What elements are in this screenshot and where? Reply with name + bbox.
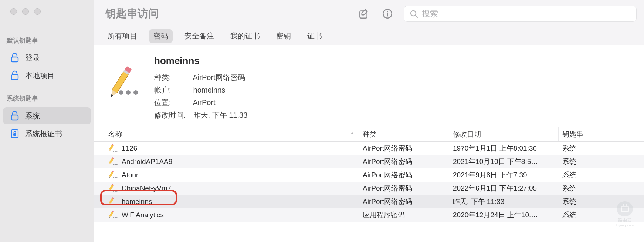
detail-name: homeinns — [154, 53, 247, 69]
detail-account-value: homeinns — [193, 86, 226, 94]
row-date: 昨天, 下午 11:33 — [449, 197, 559, 206]
toolbar: 钥匙串访问 — [94, 0, 644, 27]
sidebar: 默认钥匙串 登录本地项目 系统钥匙串 系统系统根证书 — [0, 0, 94, 242]
traffic-max[interactable] — [34, 8, 41, 15]
sidebar-item-system-1[interactable]: 系统根证书 — [3, 125, 91, 142]
compose-button[interactable] — [356, 6, 371, 21]
row-kind: AirPort网络密码 — [359, 144, 449, 153]
main-pane: 钥匙串访问 所有项目密码安全备注我的证书密钥证书 — [94, 0, 644, 242]
detail-kind-value: AirPort网络密码 — [193, 73, 245, 81]
row-chain: 系统 — [559, 184, 644, 193]
row-name: ChinaNet-yVm7 — [122, 184, 171, 192]
table-row[interactable]: ChinaNet-yVm7AirPort网络密码2022年6月1日 下午1:27… — [94, 182, 644, 195]
sort-caret-icon: ˄ — [351, 132, 353, 138]
row-kind: AirPort网络密码 — [359, 184, 449, 193]
detail-kind-label: 种类: — [154, 71, 191, 84]
row-chain: 系统 — [559, 170, 644, 180]
sidebar-item-system-0[interactable]: 系统 — [3, 107, 91, 124]
category-tabs: 所有项目密码安全备注我的证书密钥证书 — [94, 27, 644, 45]
row-name: AndroidAP1AA9 — [122, 158, 172, 166]
window-traffic-lights — [0, 8, 94, 15]
table-row[interactable]: WiFiAnalytics应用程序密码2020年12月24日 上午10:…系统 — [94, 208, 644, 222]
info-button[interactable] — [380, 6, 395, 21]
row-kind: 应用程序密码 — [359, 210, 449, 220]
items-table: 名称˄ 种类 修改日期 钥匙串 1126AirPort网络密码1970年1月1日… — [94, 127, 644, 242]
search-input[interactable] — [422, 9, 631, 19]
traffic-min[interactable] — [22, 8, 29, 15]
keychain-window: 默认钥匙串 登录本地项目 系统钥匙串 系统系统根证书 钥匙串访问 所有项目密码安… — [0, 0, 644, 242]
tab-4[interactable]: 密钥 — [272, 29, 295, 43]
password-row-icon — [108, 170, 118, 180]
search-field[interactable] — [404, 6, 637, 22]
unlock-icon — [10, 70, 20, 81]
table-row[interactable]: AndroidAP1AA9AirPort网络密码2021年10月10日 下午8:… — [94, 155, 644, 168]
col-date[interactable]: 修改日期 — [449, 127, 559, 141]
row-kind: AirPort网络密码 — [359, 157, 449, 167]
row-date: 2021年10月10日 下午8:5… — [449, 157, 559, 167]
row-name: homeinns — [122, 198, 152, 206]
row-date: 2020年12月24日 上午10:… — [449, 210, 559, 220]
password-row-icon — [108, 210, 118, 220]
sidebar-item-default-0[interactable]: 登录 — [3, 49, 91, 66]
col-chain[interactable]: 钥匙串 — [559, 127, 644, 141]
item-detail: homeinns 种类: AirPort网络密码 帐户: homeinns 位置… — [94, 45, 644, 127]
row-chain: 系统 — [559, 157, 644, 167]
sidebar-item-label: 系统 — [25, 111, 40, 121]
detail-modified-label: 修改时间: — [154, 109, 191, 121]
row-name: WiFiAnalytics — [122, 211, 164, 219]
password-row-icon — [108, 184, 118, 193]
tab-5[interactable]: 证书 — [303, 29, 326, 43]
password-row-icon — [108, 197, 118, 206]
table-row[interactable]: AtourAirPort网络密码2021年9月8日 下午7:39:…系统 — [94, 168, 644, 182]
compose-icon — [358, 8, 369, 19]
sidebar-section-system: 系统钥匙串 — [0, 91, 94, 107]
lock-doc-icon — [10, 128, 20, 139]
col-kind[interactable]: 种类 — [359, 127, 449, 141]
password-item-icon — [105, 53, 145, 97]
row-name: 1126 — [122, 144, 137, 152]
watermark: 路由器 luyouqi.com — [608, 201, 642, 227]
sidebar-item-label: 登录 — [25, 53, 40, 63]
tab-3[interactable]: 我的证书 — [226, 29, 264, 43]
detail-modified-value: 昨天, 下午 11:33 — [193, 111, 248, 119]
sidebar-item-default-1[interactable]: 本地项目 — [3, 67, 91, 84]
tab-0[interactable]: 所有项目 — [103, 29, 142, 43]
row-date: 1970年1月1日 上午8:01:36 — [449, 144, 559, 153]
unlock-icon — [10, 53, 20, 63]
sidebar-item-label: 系统根证书 — [25, 129, 62, 139]
detail-where-value: AirPort — [193, 98, 215, 107]
tab-1[interactable]: 密码 — [149, 29, 173, 43]
traffic-close[interactable] — [10, 8, 17, 15]
table-row[interactable]: homeinnsAirPort网络密码昨天, 下午 11:33系统 — [94, 195, 644, 208]
row-kind: AirPort网络密码 — [359, 170, 449, 180]
tab-2[interactable]: 安全备注 — [180, 29, 218, 43]
info-icon — [382, 8, 393, 19]
row-kind: AirPort网络密码 — [359, 197, 449, 206]
password-row-icon — [108, 157, 118, 167]
app-title: 钥匙串访问 — [105, 6, 159, 21]
sidebar-item-label: 本地项目 — [25, 71, 55, 81]
table-header: 名称˄ 种类 修改日期 钥匙串 — [94, 127, 644, 142]
unlock-icon — [10, 111, 20, 121]
search-icon — [409, 9, 418, 18]
row-name: Atour — [122, 171, 138, 179]
detail-where-label: 位置: — [154, 96, 191, 109]
row-date: 2022年6月1日 下午1:27:05 — [449, 184, 559, 193]
row-chain: 系统 — [559, 144, 644, 153]
table-row[interactable]: 1126AirPort网络密码1970年1月1日 上午8:01:36系统 — [94, 142, 644, 155]
row-date: 2021年9月8日 下午7:39:… — [449, 170, 559, 180]
password-row-icon — [108, 144, 118, 153]
col-name[interactable]: 名称˄ — [105, 127, 359, 141]
detail-account-label: 帐户: — [154, 84, 191, 96]
sidebar-section-default: 默认钥匙串 — [0, 33, 94, 48]
